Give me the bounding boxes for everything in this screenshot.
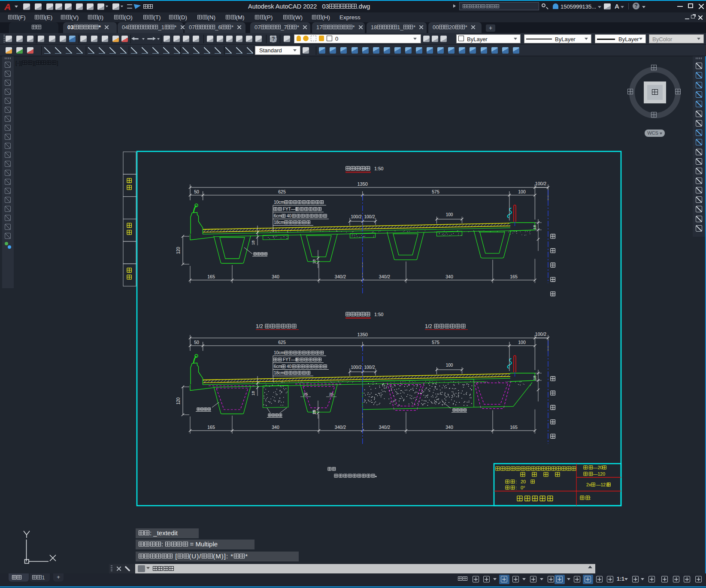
svg-text:120: 120 <box>176 247 181 254</box>
svg-text:18: 18 <box>251 241 255 245</box>
svg-text:1/2: 1/2 <box>425 323 432 329</box>
svg-text:625: 625 <box>278 340 286 345</box>
svg-text:18: 18 <box>532 376 537 380</box>
svg-text:340: 340 <box>445 425 453 430</box>
svg-text::: : <box>516 485 517 490</box>
svg-text:100: 100 <box>446 363 453 368</box>
svg-text:50: 50 <box>194 340 199 345</box>
svg-text:100/2: 100/2 <box>351 214 361 219</box>
svg-text:18: 18 <box>251 391 255 396</box>
svg-text:18: 18 <box>532 225 537 230</box>
svg-text:100: 100 <box>518 340 526 345</box>
svg-text:340: 340 <box>445 274 453 279</box>
svg-text:10cm: 10cm <box>274 350 284 355</box>
svg-text:1/2: 1/2 <box>256 323 263 329</box>
svg-text:340/2: 340/2 <box>335 274 346 279</box>
svg-text:50: 50 <box>194 189 199 194</box>
svg-text:100/2: 100/2 <box>364 214 375 219</box>
svg-text:25: 25 <box>303 392 308 396</box>
svg-text:—120: —120 <box>593 471 605 476</box>
svg-text:18: 18 <box>312 259 316 264</box>
svg-text:25: 25 <box>329 392 334 396</box>
svg-text:340: 340 <box>272 425 279 430</box>
svg-text:165: 165 <box>207 274 215 279</box>
svg-text:575: 575 <box>432 189 439 194</box>
svg-text:20: 20 <box>521 479 526 484</box>
svg-text:1:50: 1:50 <box>374 312 383 317</box>
svg-text:165: 165 <box>510 274 518 279</box>
svg-text:1:50: 1:50 <box>374 166 383 171</box>
svg-text:120: 120 <box>176 397 181 404</box>
svg-text:100: 100 <box>518 189 526 194</box>
svg-text:18cm: 18cm <box>274 220 284 225</box>
svg-text:2x: 2x <box>586 482 591 487</box>
svg-text:40: 40 <box>287 214 292 218</box>
svg-text:625: 625 <box>278 189 286 194</box>
svg-text:340/2: 340/2 <box>379 425 390 430</box>
svg-text:100: 100 <box>446 212 453 217</box>
svg-text::: : <box>590 495 591 501</box>
svg-text:575: 575 <box>432 340 439 345</box>
svg-text:1350: 1350 <box>357 332 367 337</box>
svg-text:25: 25 <box>312 410 316 415</box>
svg-text:100/2: 100/2 <box>364 365 375 370</box>
svg-text:6cm: 6cm <box>274 214 282 218</box>
svg-text:18cm: 18cm <box>274 371 284 375</box>
svg-text:40: 40 <box>287 364 292 369</box>
svg-text:100/2: 100/2 <box>535 181 546 186</box>
svg-text:340/2: 340/2 <box>335 425 346 430</box>
svg-text:100/2: 100/2 <box>535 332 546 337</box>
svg-text::: : <box>516 479 517 484</box>
svg-text:10cm: 10cm <box>274 200 284 205</box>
svg-text:340: 340 <box>272 274 279 279</box>
svg-text:165: 165 <box>510 425 518 430</box>
svg-text:6cm: 6cm <box>274 364 282 369</box>
svg-text:100/2: 100/2 <box>351 365 361 370</box>
svg-text:0°: 0° <box>521 485 525 490</box>
svg-text:340/2: 340/2 <box>379 274 390 279</box>
svg-text:—20: —20 <box>593 465 603 470</box>
svg-text:165: 165 <box>207 425 215 430</box>
svg-text:1350: 1350 <box>357 181 367 187</box>
